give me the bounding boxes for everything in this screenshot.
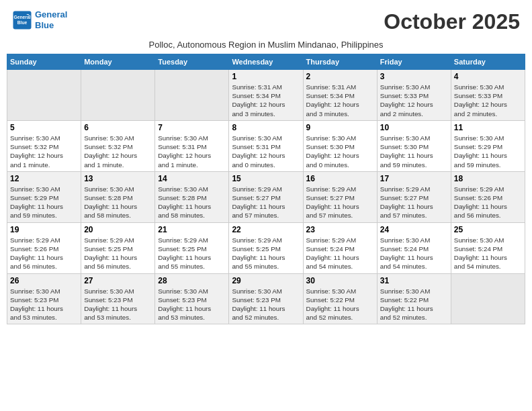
calendar-subtitle: Polloc, Autonomous Region in Muslim Mind…: [7, 40, 525, 50]
svg-text:Blue: Blue: [17, 20, 28, 25]
calendar-cell: 15Sunrise: 5:29 AM Sunset: 5:27 PM Dayli…: [229, 171, 303, 222]
day-info: Sunrise: 5:31 AM Sunset: 5:34 PM Dayligh…: [232, 83, 300, 118]
month-title: October 2025: [384, 9, 520, 34]
day-info: Sunrise: 5:30 AM Sunset: 5:33 PM Dayligh…: [380, 83, 448, 118]
day-number: 16: [306, 174, 374, 183]
calendar-cell: 12Sunrise: 5:30 AM Sunset: 5:29 PM Dayli…: [7, 171, 81, 222]
day-info: Sunrise: 5:29 AM Sunset: 5:25 PM Dayligh…: [232, 236, 300, 271]
day-number: 11: [454, 123, 522, 132]
day-info: Sunrise: 5:30 AM Sunset: 5:29 PM Dayligh…: [454, 134, 522, 169]
calendar-cell: [451, 273, 525, 324]
calendar-cell: 6Sunrise: 5:30 AM Sunset: 5:32 PM Daylig…: [81, 120, 155, 171]
calendar-cell: 27Sunrise: 5:30 AM Sunset: 5:23 PM Dayli…: [81, 273, 155, 324]
calendar-cell: 18Sunrise: 5:29 AM Sunset: 5:26 PM Dayli…: [451, 171, 525, 222]
day-info: Sunrise: 5:29 AM Sunset: 5:25 PM Dayligh…: [158, 236, 226, 271]
logo: General Blue General Blue: [12, 9, 67, 30]
weekday-header-monday: Monday: [81, 54, 155, 70]
calendar-cell: 29Sunrise: 5:30 AM Sunset: 5:23 PM Dayli…: [229, 273, 303, 324]
day-number: 29: [232, 276, 300, 285]
day-info: Sunrise: 5:30 AM Sunset: 5:30 PM Dayligh…: [306, 134, 374, 169]
day-info: Sunrise: 5:30 AM Sunset: 5:24 PM Dayligh…: [454, 236, 522, 271]
day-number: 27: [84, 276, 152, 285]
calendar-cell: 23Sunrise: 5:29 AM Sunset: 5:24 PM Dayli…: [303, 222, 377, 273]
day-number: 20: [84, 225, 152, 234]
day-number: 5: [10, 123, 78, 132]
day-info: Sunrise: 5:30 AM Sunset: 5:29 PM Dayligh…: [10, 185, 78, 220]
day-info: Sunrise: 5:29 AM Sunset: 5:26 PM Dayligh…: [10, 236, 78, 271]
day-info: Sunrise: 5:30 AM Sunset: 5:32 PM Dayligh…: [84, 134, 152, 169]
day-number: 21: [158, 225, 226, 234]
day-info: Sunrise: 5:30 AM Sunset: 5:23 PM Dayligh…: [84, 287, 152, 322]
calendar-cell: 17Sunrise: 5:29 AM Sunset: 5:27 PM Dayli…: [377, 171, 451, 222]
weekday-header-tuesday: Tuesday: [155, 54, 229, 70]
title-area: October 2025: [384, 9, 520, 34]
calendar-cell: 11Sunrise: 5:30 AM Sunset: 5:29 PM Dayli…: [451, 120, 525, 171]
day-info: Sunrise: 5:29 AM Sunset: 5:25 PM Dayligh…: [84, 236, 152, 271]
weekday-header-row: SundayMondayTuesdayWednesdayThursdayFrid…: [7, 54, 525, 70]
calendar-week-row: 19Sunrise: 5:29 AM Sunset: 5:26 PM Dayli…: [7, 222, 525, 273]
day-info: Sunrise: 5:30 AM Sunset: 5:24 PM Dayligh…: [380, 236, 448, 271]
calendar-cell: [7, 70, 81, 121]
day-info: Sunrise: 5:31 AM Sunset: 5:34 PM Dayligh…: [306, 83, 374, 118]
day-info: Sunrise: 5:30 AM Sunset: 5:23 PM Dayligh…: [232, 287, 300, 322]
day-info: Sunrise: 5:29 AM Sunset: 5:24 PM Dayligh…: [306, 236, 374, 271]
calendar-cell: 28Sunrise: 5:30 AM Sunset: 5:23 PM Dayli…: [155, 273, 229, 324]
day-number: 28: [158, 276, 226, 285]
calendar-week-row: 1Sunrise: 5:31 AM Sunset: 5:34 PM Daylig…: [7, 70, 525, 121]
calendar-body: 1Sunrise: 5:31 AM Sunset: 5:34 PM Daylig…: [7, 70, 525, 324]
day-info: Sunrise: 5:30 AM Sunset: 5:28 PM Dayligh…: [84, 185, 152, 220]
calendar-cell: 16Sunrise: 5:29 AM Sunset: 5:27 PM Dayli…: [303, 171, 377, 222]
day-number: 30: [306, 276, 374, 285]
day-number: 19: [10, 225, 78, 234]
day-info: Sunrise: 5:30 AM Sunset: 5:22 PM Dayligh…: [380, 287, 448, 322]
day-number: 24: [380, 225, 448, 234]
day-number: 31: [380, 276, 448, 285]
day-info: Sunrise: 5:29 AM Sunset: 5:26 PM Dayligh…: [454, 185, 522, 220]
day-number: 6: [84, 123, 152, 132]
page-header: General Blue General Blue October 2025: [7, 7, 525, 37]
calendar-cell: 30Sunrise: 5:30 AM Sunset: 5:22 PM Dayli…: [303, 273, 377, 324]
calendar-cell: 24Sunrise: 5:30 AM Sunset: 5:24 PM Dayli…: [377, 222, 451, 273]
calendar-cell: 20Sunrise: 5:29 AM Sunset: 5:25 PM Dayli…: [81, 222, 155, 273]
weekday-header-sunday: Sunday: [7, 54, 81, 70]
day-info: Sunrise: 5:29 AM Sunset: 5:27 PM Dayligh…: [380, 185, 448, 220]
day-info: Sunrise: 5:30 AM Sunset: 5:30 PM Dayligh…: [380, 134, 448, 169]
day-number: 7: [158, 123, 226, 132]
calendar-cell: 26Sunrise: 5:30 AM Sunset: 5:23 PM Dayli…: [7, 273, 81, 324]
calendar-cell: 21Sunrise: 5:29 AM Sunset: 5:25 PM Dayli…: [155, 222, 229, 273]
calendar-week-row: 5Sunrise: 5:30 AM Sunset: 5:32 PM Daylig…: [7, 120, 525, 171]
day-number: 12: [10, 174, 78, 183]
calendar-cell: [81, 70, 155, 121]
calendar-cell: 9Sunrise: 5:30 AM Sunset: 5:30 PM Daylig…: [303, 120, 377, 171]
day-info: Sunrise: 5:29 AM Sunset: 5:27 PM Dayligh…: [232, 185, 300, 220]
weekday-header-saturday: Saturday: [451, 54, 525, 70]
calendar-cell: 25Sunrise: 5:30 AM Sunset: 5:24 PM Dayli…: [451, 222, 525, 273]
day-number: 15: [232, 174, 300, 183]
day-info: Sunrise: 5:30 AM Sunset: 5:23 PM Dayligh…: [10, 287, 78, 322]
day-number: 13: [84, 174, 152, 183]
calendar-cell: 13Sunrise: 5:30 AM Sunset: 5:28 PM Dayli…: [81, 171, 155, 222]
day-info: Sunrise: 5:30 AM Sunset: 5:33 PM Dayligh…: [454, 83, 522, 118]
day-info: Sunrise: 5:30 AM Sunset: 5:22 PM Dayligh…: [306, 287, 374, 322]
calendar-cell: 8Sunrise: 5:30 AM Sunset: 5:31 PM Daylig…: [229, 120, 303, 171]
calendar-cell: 19Sunrise: 5:29 AM Sunset: 5:26 PM Dayli…: [7, 222, 81, 273]
day-number: 26: [10, 276, 78, 285]
calendar-header: SundayMondayTuesdayWednesdayThursdayFrid…: [7, 54, 525, 70]
calendar-week-row: 12Sunrise: 5:30 AM Sunset: 5:29 PM Dayli…: [7, 171, 525, 222]
weekday-header-wednesday: Wednesday: [229, 54, 303, 70]
calendar-cell: 3Sunrise: 5:30 AM Sunset: 5:33 PM Daylig…: [377, 70, 451, 121]
day-number: 17: [380, 174, 448, 183]
calendar-cell: 4Sunrise: 5:30 AM Sunset: 5:33 PM Daylig…: [451, 70, 525, 121]
weekday-header-thursday: Thursday: [303, 54, 377, 70]
day-number: 2: [306, 72, 374, 81]
day-number: 1: [232, 72, 300, 81]
calendar-cell: 14Sunrise: 5:30 AM Sunset: 5:28 PM Dayli…: [155, 171, 229, 222]
day-info: Sunrise: 5:30 AM Sunset: 5:31 PM Dayligh…: [158, 134, 226, 169]
day-number: 9: [306, 123, 374, 132]
calendar-cell: 1Sunrise: 5:31 AM Sunset: 5:34 PM Daylig…: [229, 70, 303, 121]
calendar-cell: 31Sunrise: 5:30 AM Sunset: 5:22 PM Dayli…: [377, 273, 451, 324]
weekday-header-friday: Friday: [377, 54, 451, 70]
day-number: 4: [454, 72, 522, 81]
calendar-cell: [155, 70, 229, 121]
calendar-cell: 2Sunrise: 5:31 AM Sunset: 5:34 PM Daylig…: [303, 70, 377, 121]
